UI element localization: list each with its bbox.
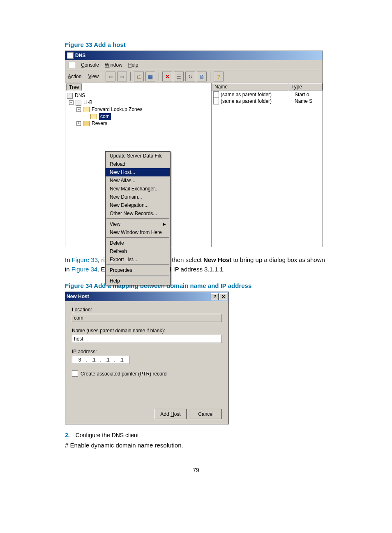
forward-icon[interactable] bbox=[117, 72, 127, 81]
step-text: Configure the DNS client bbox=[76, 432, 139, 438]
list-item[interactable]: (same as parent folder) Start o bbox=[213, 91, 321, 98]
ctx-separator bbox=[106, 237, 169, 238]
up-icon[interactable]: 🗀 bbox=[134, 72, 144, 81]
location-label: Location: bbox=[72, 307, 222, 313]
record-icon bbox=[213, 91, 219, 98]
figure33-caption: Figure 33 Add a host bbox=[65, 41, 327, 48]
properties-icon[interactable]: ☰ bbox=[174, 72, 184, 81]
step-number: 2. bbox=[65, 432, 70, 438]
ctx-export[interactable]: Export List... bbox=[106, 255, 170, 264]
ctx-update[interactable]: Update Server Data File bbox=[106, 152, 170, 160]
ctx-new-host[interactable]: New Host... bbox=[106, 168, 170, 176]
title-bar: DNS bbox=[65, 51, 323, 60]
location-field bbox=[72, 314, 222, 322]
tree-fwd[interactable]: −Forward Lookup Zones bbox=[67, 106, 142, 113]
row-name: (same as parent folder) bbox=[221, 98, 293, 104]
ctx-delete[interactable]: Delete bbox=[106, 239, 170, 247]
link-figure34[interactable]: Figure 34 bbox=[71, 266, 97, 273]
name-label: NName (uses parent domain name if blank)… bbox=[72, 328, 222, 334]
refresh-icon[interactable]: ↻ bbox=[185, 72, 195, 81]
ip-address-field[interactable]: . . . bbox=[72, 356, 129, 364]
step-2: 2. Configure the DNS client bbox=[65, 432, 327, 438]
dns-app-icon bbox=[67, 52, 74, 59]
tree-tab[interactable]: Tree bbox=[66, 83, 82, 90]
ctx-refresh[interactable]: Refresh bbox=[106, 247, 170, 255]
record-icon bbox=[213, 98, 219, 104]
zone-icon bbox=[90, 114, 97, 119]
ctx-separator bbox=[106, 264, 169, 265]
ip-octet-3[interactable] bbox=[102, 357, 113, 363]
page-number: 79 bbox=[65, 467, 327, 473]
collapse-icon[interactable]: − bbox=[76, 107, 81, 112]
menu-icon bbox=[69, 62, 75, 68]
ptr-label: Create associated pointer (PTR) record bbox=[81, 371, 166, 377]
ctx-new-window[interactable]: New Window from Here bbox=[106, 228, 170, 236]
toolbar-view[interactable]: View bbox=[88, 74, 99, 79]
row-type: Start o bbox=[295, 92, 321, 97]
export-icon[interactable]: 🗎 bbox=[197, 72, 207, 81]
tree-root[interactable]: DNS bbox=[67, 92, 142, 99]
ip-octet-4[interactable] bbox=[116, 357, 127, 363]
ctx-view[interactable]: View bbox=[106, 220, 170, 228]
cli-comment: # Enable dynamic domain name resolution. bbox=[65, 441, 327, 450]
ptr-checkbox[interactable] bbox=[72, 371, 78, 377]
folder-open-icon bbox=[83, 107, 90, 112]
help-button-icon[interactable]: ? bbox=[211, 293, 219, 300]
close-icon[interactable]: ✕ bbox=[219, 293, 227, 300]
dns-root-icon bbox=[67, 93, 73, 99]
context-menu: Update Server Data File Reload New Host.… bbox=[105, 151, 171, 285]
list-item[interactable]: (same as parent folder) Name S bbox=[213, 98, 321, 104]
folder-icon bbox=[83, 121, 90, 126]
toolbar: Action View 🗀 ▦ ✕ ☰ ↻ 🗎 ? bbox=[65, 70, 323, 83]
col-type[interactable]: Type bbox=[288, 83, 323, 90]
row-type: Name S bbox=[295, 98, 321, 104]
menu-window[interactable]: Window bbox=[105, 62, 122, 68]
ctx-separator bbox=[106, 275, 169, 276]
server-icon bbox=[76, 100, 81, 106]
ctx-new-deleg[interactable]: New Delegation... bbox=[106, 201, 170, 209]
window-title: DNS bbox=[75, 53, 85, 58]
delete-icon[interactable]: ✕ bbox=[162, 72, 172, 81]
link-figure33[interactable]: Figure 33 bbox=[72, 256, 98, 263]
new-host-dialog: New Host ? ✕ Location: NName (uses paren… bbox=[65, 292, 229, 424]
add-host-button[interactable]: Add Host bbox=[154, 409, 187, 419]
ip-octet-2[interactable] bbox=[88, 357, 99, 363]
col-name[interactable]: Name bbox=[212, 83, 288, 90]
menu-help[interactable]: Help bbox=[128, 62, 138, 68]
menu-bar: CConsoleonsole Window Help bbox=[65, 60, 323, 70]
tree-rev[interactable]: +Revers bbox=[67, 120, 142, 127]
ctx-reload[interactable]: Reload bbox=[106, 160, 170, 168]
column-headers: Name Type bbox=[212, 83, 323, 90]
tree: DNS −LI-B −Forward Lookup Zones com +Rev… bbox=[67, 92, 142, 127]
ip-label: IP address: bbox=[72, 349, 222, 355]
ctx-properties[interactable]: Properties bbox=[106, 266, 170, 274]
dns-window: DNS CConsoleonsole Window Help Action Vi… bbox=[65, 51, 323, 247]
menu-console[interactable]: CConsoleonsole bbox=[81, 62, 99, 68]
help-icon[interactable]: ? bbox=[214, 72, 224, 81]
ip-octet-1[interactable] bbox=[74, 357, 85, 363]
row-name: (same as parent folder) bbox=[221, 92, 293, 97]
expand-icon[interactable]: + bbox=[76, 121, 81, 126]
paragraph-1: In Figure 33, right click zone com, and … bbox=[65, 255, 327, 274]
details-pane: Name Type (same as parent folder) Start … bbox=[212, 83, 323, 247]
tree-zone-com[interactable]: com bbox=[67, 113, 142, 120]
figure34-caption: Figure 34 Add a mapping between domain n… bbox=[65, 282, 327, 289]
tree-pane: Tree DNS −LI-B −Forward Lookup Zones com… bbox=[65, 83, 212, 247]
ctx-other-new[interactable]: Other New Records... bbox=[106, 209, 170, 218]
show-hide-icon[interactable]: ▦ bbox=[145, 72, 155, 81]
back-icon[interactable] bbox=[106, 72, 115, 81]
name-field[interactable] bbox=[72, 335, 222, 343]
toolbar-action[interactable]: Action bbox=[68, 74, 81, 79]
ctx-separator bbox=[106, 218, 169, 219]
ctx-new-alias[interactable]: New Alias... bbox=[106, 176, 170, 185]
tree-server[interactable]: −LI-B bbox=[67, 99, 142, 106]
dialog-title: New Host bbox=[67, 294, 89, 299]
ctx-help[interactable]: Help bbox=[106, 277, 170, 285]
collapse-icon[interactable]: − bbox=[69, 100, 74, 105]
ctx-new-domain[interactable]: New Domain... bbox=[106, 193, 170, 201]
cancel-button[interactable]: Cancel bbox=[190, 409, 222, 419]
dialog-title-bar: New Host ? ✕ bbox=[65, 292, 228, 301]
ctx-new-mx[interactable]: New Mail Exchanger... bbox=[106, 185, 170, 193]
